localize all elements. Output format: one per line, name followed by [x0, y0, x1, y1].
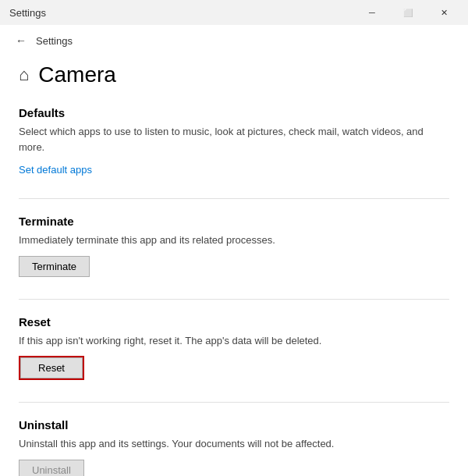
top-nav-bar: ← Settings [0, 25, 468, 56]
page-wrapper: ← Settings ⌂ Camera Defaults Select whic… [0, 25, 468, 476]
reset-button-wrapper: Reset [19, 356, 84, 380]
maximize-button[interactable] [390, 0, 426, 25]
back-button[interactable]: ← [9, 31, 33, 50]
terminate-button[interactable]: Terminate [19, 256, 90, 277]
title-bar-controls [354, 0, 462, 25]
minimize-icon [369, 7, 375, 18]
settings-nav-label: Settings [36, 35, 73, 47]
set-default-apps-link[interactable]: Set default apps [19, 164, 92, 176]
reset-description: If this app isn't working right, reset i… [19, 333, 449, 349]
uninstall-title: Uninstall [19, 418, 449, 432]
divider-3 [19, 402, 449, 403]
maximize-icon [403, 7, 413, 18]
uninstall-description: Uninstall this app and its settings. You… [19, 436, 449, 452]
close-button[interactable] [426, 0, 462, 25]
page-header: ⌂ Camera [19, 56, 449, 87]
defaults-section: Defaults Select which apps to use to lis… [19, 106, 449, 176]
main-content: ⌂ Camera Defaults Select which apps to u… [0, 56, 468, 476]
title-bar-label: Settings [9, 7, 46, 19]
reset-button[interactable]: Reset [20, 357, 83, 378]
page-title: Camera [38, 62, 116, 87]
reset-section: Reset If this app isn't working right, r… [19, 315, 449, 381]
home-icon: ⌂ [19, 65, 29, 85]
divider-1 [19, 198, 449, 199]
uninstall-button[interactable]: Uninstall [19, 460, 84, 477]
divider-2 [19, 299, 449, 300]
title-bar-left: Settings [9, 7, 46, 19]
back-arrow-icon: ← [16, 34, 27, 47]
title-bar: Settings [0, 0, 468, 25]
terminate-description: Immediately terminate this app and its r… [19, 233, 449, 248]
terminate-title: Terminate [19, 215, 449, 228]
settings-window: Settings ← Settings ⌂ Ca [0, 0, 468, 476]
defaults-title: Defaults [19, 106, 449, 119]
minimize-button[interactable] [354, 0, 390, 25]
uninstall-section: Uninstall Uninstall this app and its set… [19, 418, 449, 476]
close-icon [441, 7, 448, 18]
terminate-section: Terminate Immediately terminate this app… [19, 215, 449, 277]
defaults-description: Select which apps to use to listen to mu… [19, 124, 449, 155]
reset-title: Reset [19, 315, 449, 329]
